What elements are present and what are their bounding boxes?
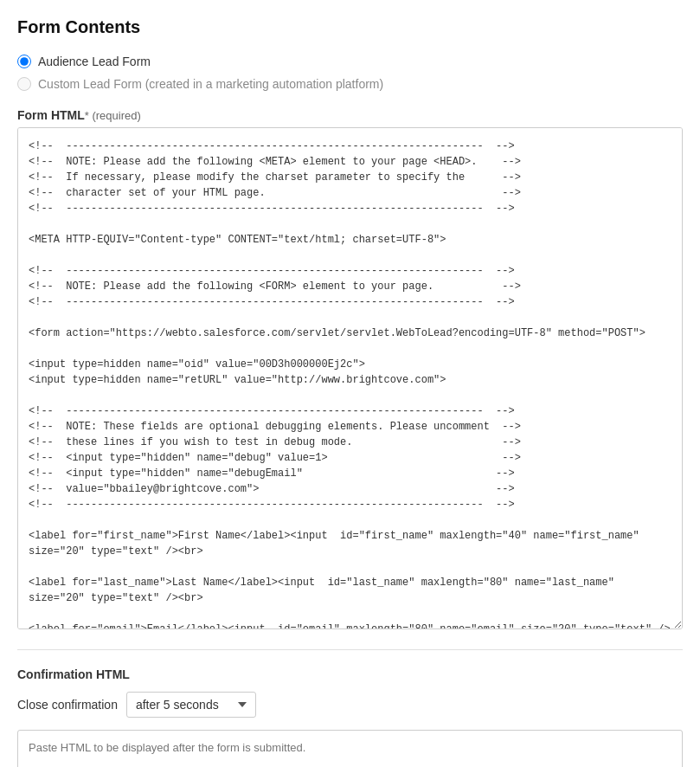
custom-lead-radio: [17, 77, 31, 91]
audience-lead-radio-item[interactable]: Audience Lead Form: [17, 55, 683, 68]
confirmation-section: Confirmation HTML Close confirmation nev…: [17, 667, 683, 767]
form-html-required-note: * (required): [85, 109, 141, 122]
close-confirmation-label: Close confirmation: [17, 698, 118, 712]
confirmation-html-title: Confirmation HTML: [17, 667, 683, 681]
close-confirmation-row: Close confirmation never after 5 seconds…: [17, 692, 683, 718]
section-divider: [17, 649, 683, 650]
audience-lead-radio[interactable]: [17, 55, 31, 68]
custom-lead-label: Custom Lead Form (created in a marketing…: [38, 77, 383, 91]
form-html-textarea[interactable]: <!-- -----------------------------------…: [17, 127, 683, 629]
custom-lead-radio-item[interactable]: Custom Lead Form (created in a marketing…: [17, 77, 683, 91]
page-title: Form Contents: [17, 17, 683, 37]
form-type-radio-group: Audience Lead Form Custom Lead Form (cre…: [17, 55, 683, 91]
audience-lead-label: Audience Lead Form: [38, 55, 151, 68]
form-html-label-text: Form HTML: [17, 108, 85, 122]
paste-html-textarea[interactable]: [17, 730, 683, 767]
form-html-label: Form HTML* (required): [17, 108, 683, 122]
close-confirmation-select[interactable]: never after 5 seconds after 10 seconds a…: [126, 692, 256, 718]
